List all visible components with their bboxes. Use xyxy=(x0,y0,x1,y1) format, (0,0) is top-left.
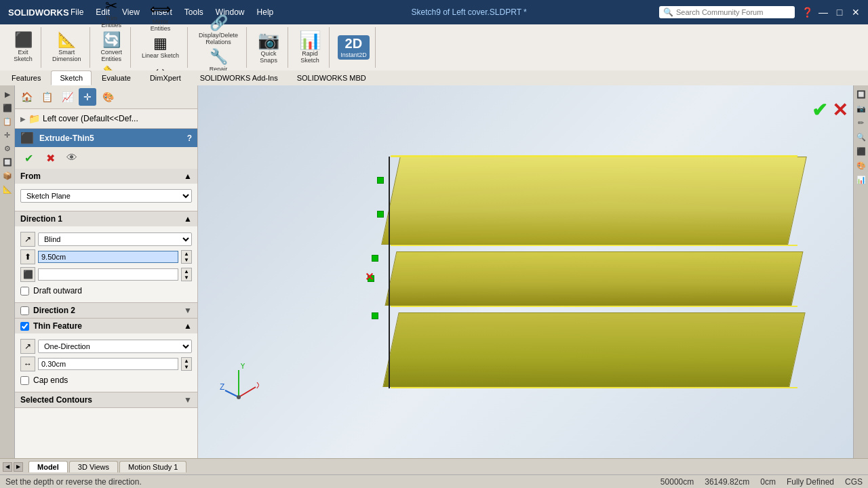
pm-preview-btn[interactable]: 👁 xyxy=(64,150,80,166)
pm-thin-checkbox[interactable] xyxy=(20,322,29,331)
pm-dir1-type-select[interactable]: Blind xyxy=(38,232,192,246)
search-input[interactable] xyxy=(676,8,785,16)
pm-thin-thickness-spinner[interactable]: ▲ ▼ xyxy=(181,357,192,371)
minimize-btn[interactable]: — xyxy=(816,7,830,18)
tree-root-item[interactable]: ▶ 📁 Left cover (Default<<Def... xyxy=(18,112,195,125)
side-icon-1[interactable]: ▶ xyxy=(1,88,14,100)
linear-pattern-label: Linear Sketch xyxy=(142,52,179,59)
pm-thickness-spinner[interactable]: ▲ ▼ xyxy=(181,268,192,281)
viewport-ok-icon[interactable]: ✔ xyxy=(812,99,827,121)
pm-depth-input[interactable] xyxy=(38,251,178,263)
pm-depth-down[interactable]: ▼ xyxy=(182,257,191,263)
pm-depth-spinner[interactable]: ▲ ▼ xyxy=(181,250,192,264)
exit-sketch-btn[interactable]: ⬛ ExitSketch xyxy=(11,31,35,64)
bottom-tab-3dviews[interactable]: 3D Views xyxy=(69,461,118,472)
display-relations-btn[interactable]: 🔗 Display/DeleteRelations xyxy=(196,14,241,47)
panel-home-btn[interactable]: 🏠 xyxy=(18,88,35,106)
tab-nav-left[interactable]: ◀ xyxy=(3,462,12,472)
view-icon-3[interactable]: ✏ xyxy=(855,117,867,129)
pm-cap-ends-checkbox[interactable] xyxy=(20,376,29,385)
instant2d-btn[interactable]: 2D Instant2D xyxy=(338,35,370,60)
pm-thickness-input[interactable] xyxy=(38,268,178,281)
tab-features[interactable]: Features xyxy=(3,70,50,85)
pm-thin-thickness-down[interactable]: ▼ xyxy=(182,364,191,370)
trim-entities-btn[interactable]: ✂ TrimEntities xyxy=(99,0,125,30)
panel-crosshair-btn[interactable]: ✛ xyxy=(79,88,96,106)
gpoint-3[interactable] xyxy=(372,255,378,262)
view-icon-1[interactable]: 🔲 xyxy=(855,88,867,100)
pm-draft-outward-checkbox[interactable] xyxy=(20,287,29,296)
tab-addins[interactable]: SOLIDWORKS Add-Ins xyxy=(191,70,287,85)
pm-from-header[interactable]: From ▲ xyxy=(15,169,197,184)
mirror-entities-btn[interactable]: ⟺ MirrorEntities xyxy=(147,1,174,33)
pm-thin-direction-btn[interactable]: ↗ xyxy=(20,339,35,354)
pm-contours-header[interactable]: Selected Contours ▼ xyxy=(15,392,197,407)
gpoint-1[interactable] xyxy=(377,177,384,184)
pm-cancel-btn[interactable]: ✖ xyxy=(42,150,58,166)
pm-thickness-down[interactable]: ▼ xyxy=(182,274,191,281)
statusbar: Set the depth or reverse the direction. … xyxy=(0,474,868,488)
side-icon-6[interactable]: 🔲 xyxy=(1,156,14,168)
3d-viewport[interactable]: ✕ Y X Z ✔ ✕ 🔲 📷 ✏ xyxy=(198,85,868,458)
panel-color-btn[interactable]: 🎨 xyxy=(99,88,117,106)
side-icon-2[interactable]: ⬛ xyxy=(1,102,14,114)
instant2d-icon: 2D xyxy=(345,37,363,50)
search-box[interactable]: 🔍 xyxy=(659,6,795,18)
tabs-bar: Features Sketch Evaluate DimXpert SOLIDW… xyxy=(0,70,868,86)
panel-chart-btn[interactable]: 📈 xyxy=(58,88,76,106)
view-icon-5[interactable]: ⬛ xyxy=(855,145,867,157)
bottom-tab-model[interactable]: Model xyxy=(28,461,68,472)
rapid-sketch-btn[interactable]: 📊 RapidSketch xyxy=(296,30,323,65)
pm-dir2-header[interactable]: Direction 2 ▼ xyxy=(15,303,197,318)
maximize-btn[interactable]: □ xyxy=(833,7,846,18)
pm-thin-thickness-up[interactable]: ▲ xyxy=(182,358,191,364)
bottom-tab-motion[interactable]: Motion Study 1 xyxy=(119,461,186,472)
pm-dir1-direction-btn[interactable]: ↗ xyxy=(20,232,35,247)
convert-entities-btn[interactable]: 🔄 ConvertEntities xyxy=(98,31,125,64)
pm-thin-type-select[interactable]: One-Direction xyxy=(38,340,192,353)
tab-nav-right[interactable]: ▶ xyxy=(14,462,23,472)
help-btn[interactable]: ❓ xyxy=(800,7,814,18)
gpoint-2[interactable] xyxy=(377,211,384,218)
titlebar: SOLIDWORKS File Edit View Insert Tools W… xyxy=(0,0,868,24)
pm-depth-up[interactable]: ▲ xyxy=(182,251,191,257)
side-icon-4[interactable]: ✛ xyxy=(1,129,14,141)
ribbon: ⬛ ExitSketch 📐 SmartDimension ✂ TrimEnti… xyxy=(0,24,868,85)
pm-dir2-checkbox[interactable] xyxy=(20,306,29,315)
close-btn[interactable]: ✕ xyxy=(849,7,863,18)
tab-mbd[interactable]: SOLIDWORKS MBD xyxy=(288,70,375,85)
tab-evaluate[interactable]: Evaluate xyxy=(93,70,140,85)
pm-thickness-up[interactable]: ▲ xyxy=(182,268,191,274)
view-icon-4[interactable]: 🔍 xyxy=(855,131,867,143)
view-icon-6[interactable]: 🎨 xyxy=(855,159,867,171)
pm-thin-content: ↗ One-Direction ↔ ▲ ▼ xyxy=(15,333,197,392)
gpoint-5[interactable] xyxy=(372,312,378,319)
side-icon-8[interactable]: 📐 xyxy=(1,183,14,195)
bottom-tabs: ◀ ▶ Model 3D Views Motion Study 1 xyxy=(0,458,868,474)
tab-dimxpert[interactable]: DimXpert xyxy=(141,70,190,85)
pm-depth-icon: ⬆ xyxy=(20,249,35,264)
tab-sketch[interactable]: Sketch xyxy=(51,70,92,85)
shape-bot-face xyxy=(382,312,805,387)
viewport-cancel-icon[interactable]: ✕ xyxy=(832,99,848,121)
tree-expand-arrow[interactable]: ▶ xyxy=(20,115,26,123)
menu-help[interactable]: Help xyxy=(252,5,279,20)
pm-help-btn[interactable]: ? xyxy=(187,134,192,143)
ribbon-group-display: 🔗 Display/DeleteRelations 🔧 RepairSketch xyxy=(191,27,247,68)
view-icon-2[interactable]: 📷 xyxy=(855,102,867,115)
viewport-content: ✕ xyxy=(198,85,868,458)
pm-from-select[interactable]: Sketch Plane xyxy=(20,189,192,203)
quick-snaps-btn[interactable]: 📷 QuickSnaps xyxy=(255,30,282,65)
smart-dimension-btn[interactable]: 📐 SmartDimension xyxy=(50,31,84,64)
linear-pattern-btn[interactable]: ▦ Linear Sketch xyxy=(139,35,182,60)
side-icon-5[interactable]: ⚙ xyxy=(1,142,14,155)
side-icon-7[interactable]: 📦 xyxy=(1,169,14,182)
pm-thin-thickness-input[interactable] xyxy=(38,358,178,370)
side-icon-3[interactable]: 📋 xyxy=(1,115,14,127)
menu-file[interactable]: File xyxy=(65,5,89,20)
view-icon-7[interactable]: 📊 xyxy=(855,174,867,186)
pm-ok-btn[interactable]: ✔ xyxy=(20,150,37,166)
pm-thin-header[interactable]: Thin Feature ▲ xyxy=(15,319,197,333)
pm-dir1-header[interactable]: Direction 1 ▲ xyxy=(15,211,197,226)
panel-list-btn[interactable]: 📋 xyxy=(38,88,56,106)
